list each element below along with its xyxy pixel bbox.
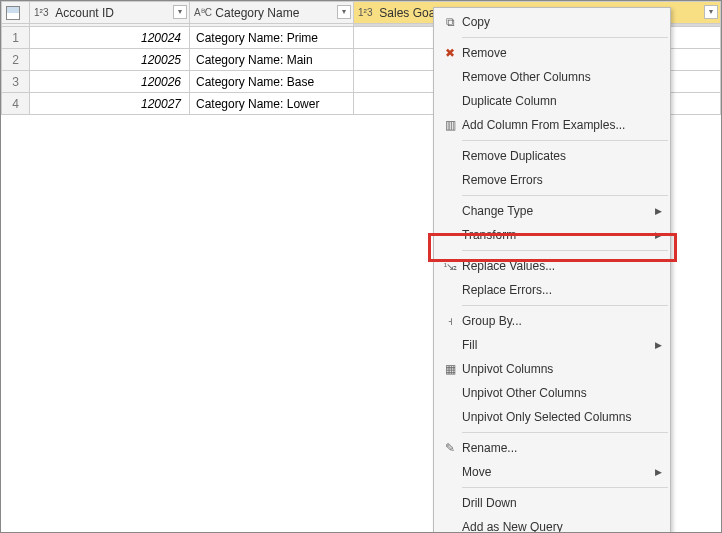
cell-category-name[interactable]: Category Name: Base [190,71,354,93]
menu-separator [462,305,668,306]
add-column-icon [438,118,462,132]
menu-label: Unpivot Only Selected Columns [462,410,662,424]
filter-dropdown-icon[interactable]: ▾ [173,5,187,19]
menu-label: Drill Down [462,496,662,510]
group-by-icon [438,314,462,328]
menu-label: Group By... [462,314,662,328]
menu-change-type[interactable]: Change Type ▶ [434,199,670,223]
menu-fill[interactable]: Fill ▶ [434,333,670,357]
column-label: Account ID [55,6,114,20]
menu-drill-down[interactable]: Drill Down [434,491,670,515]
menu-remove-errors[interactable]: Remove Errors [434,168,670,192]
menu-label: Transform [462,228,655,242]
menu-label: Replace Errors... [462,283,662,297]
filter-dropdown-icon[interactable]: ▾ [337,5,351,19]
menu-unpivot-columns[interactable]: Unpivot Columns [434,357,670,381]
cell-category-name[interactable]: Category Name: Main [190,49,354,71]
menu-label: Duplicate Column [462,94,662,108]
column-label: Category Name [215,6,299,20]
menu-replace-errors[interactable]: Replace Errors... [434,278,670,302]
menu-label: Change Type [462,204,655,218]
menu-separator [462,140,668,141]
rename-icon [438,441,462,455]
menu-copy[interactable]: Copy [434,10,670,34]
remove-icon [438,46,462,60]
column-header-category-name[interactable]: AᴮC Category Name ▾ [190,2,354,24]
table-icon [6,6,20,20]
menu-label: Remove Duplicates [462,149,662,163]
replace-values-icon [438,261,462,272]
column-label: Sales Goal [379,6,438,20]
menu-add-as-new-query[interactable]: Add as New Query [434,515,670,533]
menu-label: Replace Values... [462,259,662,273]
menu-label: Move [462,465,655,479]
cell-account-id[interactable]: 120027 [30,93,190,115]
menu-remove-duplicates[interactable]: Remove Duplicates [434,144,670,168]
menu-replace-values[interactable]: Replace Values... [434,254,670,278]
menu-label: Add as New Query [462,520,662,533]
menu-remove-other-columns[interactable]: Remove Other Columns [434,65,670,89]
menu-label: Unpivot Other Columns [462,386,662,400]
menu-group-by[interactable]: Group By... [434,309,670,333]
cell-category-name[interactable]: Category Name: Lower [190,93,354,115]
menu-label: Fill [462,338,655,352]
submenu-arrow-icon: ▶ [655,206,662,216]
row-number: 1 [2,27,30,49]
menu-label: Remove [462,46,662,60]
row-number: 2 [2,49,30,71]
column-header-account-id[interactable]: 1²3 Account ID ▾ [30,2,190,24]
menu-separator [462,37,668,38]
menu-separator [462,487,668,488]
number-type-icon: 1²3 [358,7,376,18]
submenu-arrow-icon: ▶ [655,467,662,477]
row-number: 4 [2,93,30,115]
number-type-icon: 1²3 [34,7,52,18]
menu-label: Remove Errors [462,173,662,187]
submenu-arrow-icon: ▶ [655,230,662,240]
menu-remove[interactable]: Remove [434,41,670,65]
row-number: 3 [2,71,30,93]
menu-add-column-from-examples[interactable]: Add Column From Examples... [434,113,670,137]
cell-category-name[interactable]: Category Name: Prime [190,27,354,49]
menu-label: Unpivot Columns [462,362,662,376]
menu-separator [462,195,668,196]
menu-label: Add Column From Examples... [462,118,662,132]
cell-account-id[interactable]: 120026 [30,71,190,93]
menu-separator [462,432,668,433]
menu-separator [462,250,668,251]
menu-label: Copy [462,15,662,29]
column-context-menu: Copy Remove Remove Other Columns Duplica… [433,7,671,533]
cell-account-id[interactable]: 120025 [30,49,190,71]
menu-unpivot-only-selected[interactable]: Unpivot Only Selected Columns [434,405,670,429]
text-type-icon: AᴮC [194,7,212,18]
menu-move[interactable]: Move ▶ [434,460,670,484]
unpivot-icon [438,362,462,376]
copy-icon [438,15,462,29]
menu-label: Rename... [462,441,662,455]
menu-label: Remove Other Columns [462,70,662,84]
menu-rename[interactable]: Rename... [434,436,670,460]
submenu-arrow-icon: ▶ [655,340,662,350]
menu-transform[interactable]: Transform ▶ [434,223,670,247]
menu-unpivot-other-columns[interactable]: Unpivot Other Columns [434,381,670,405]
filter-dropdown-icon[interactable]: ▾ [704,5,718,19]
menu-duplicate-column[interactable]: Duplicate Column [434,89,670,113]
rownum-header[interactable] [2,2,30,24]
cell-account-id[interactable]: 120024 [30,27,190,49]
